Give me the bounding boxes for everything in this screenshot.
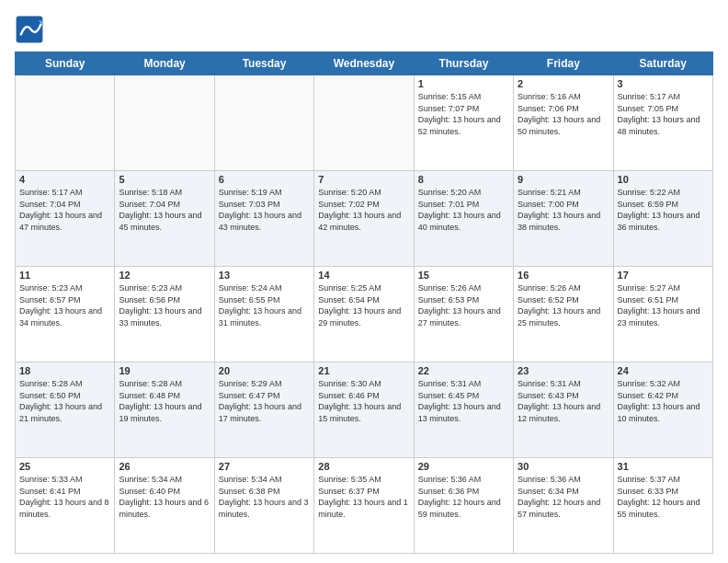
calendar-cell: 5 Sunrise: 5:18 AM Sunset: 7:04 PM Dayli… (115, 171, 214, 267)
day-number: 20 (219, 365, 310, 376)
day-number: 19 (119, 365, 210, 376)
day-number: 22 (418, 365, 509, 376)
calendar-cell (314, 75, 414, 171)
cell-info: Sunrise: 5:17 AM Sunset: 7:05 PM Dayligh… (618, 91, 709, 137)
day-header-sunday: Sunday (16, 52, 115, 75)
header (15, 15, 713, 44)
cell-info: Sunrise: 5:30 AM Sunset: 6:46 PM Dayligh… (318, 378, 409, 424)
cell-info: Sunrise: 5:34 AM Sunset: 6:40 PM Dayligh… (119, 474, 210, 520)
day-number: 7 (318, 174, 409, 185)
cell-info: Sunrise: 5:26 AM Sunset: 6:52 PM Dayligh… (518, 282, 609, 328)
day-number: 10 (618, 174, 709, 185)
cell-info: Sunrise: 5:33 AM Sunset: 6:41 PM Dayligh… (19, 474, 110, 520)
calendar-cell: 8 Sunrise: 5:20 AM Sunset: 7:01 PM Dayli… (414, 171, 513, 267)
day-number: 4 (19, 174, 110, 185)
calendar-cell: 22 Sunrise: 5:31 AM Sunset: 6:45 PM Dayl… (414, 362, 513, 458)
cell-info: Sunrise: 5:22 AM Sunset: 6:59 PM Dayligh… (618, 187, 709, 233)
day-header-saturday: Saturday (613, 52, 712, 75)
cell-info: Sunrise: 5:15 AM Sunset: 7:07 PM Dayligh… (418, 91, 509, 137)
calendar-cell (16, 75, 115, 171)
calendar-cell: 20 Sunrise: 5:29 AM Sunset: 6:47 PM Dayl… (214, 362, 313, 458)
calendar-cell: 14 Sunrise: 5:25 AM Sunset: 6:54 PM Dayl… (314, 267, 414, 362)
calendar-cell: 26 Sunrise: 5:34 AM Sunset: 6:40 PM Dayl… (115, 458, 214, 554)
day-number: 3 (618, 78, 709, 89)
cell-info: Sunrise: 5:19 AM Sunset: 7:03 PM Dayligh… (219, 187, 310, 233)
week-row-2: 4 Sunrise: 5:17 AM Sunset: 7:04 PM Dayli… (16, 171, 713, 267)
calendar-cell (115, 75, 214, 171)
calendar-cell: 23 Sunrise: 5:31 AM Sunset: 6:43 PM Dayl… (514, 362, 613, 458)
day-header-thursday: Thursday (414, 52, 513, 75)
calendar-cell: 31 Sunrise: 5:37 AM Sunset: 6:33 PM Dayl… (613, 458, 712, 554)
cell-info: Sunrise: 5:36 AM Sunset: 6:36 PM Dayligh… (418, 474, 509, 520)
day-number: 21 (318, 365, 409, 376)
calendar: SundayMondayTuesdayWednesdayThursdayFrid… (15, 52, 713, 554)
day-number: 16 (518, 270, 609, 281)
logo-icon (15, 15, 44, 44)
cell-info: Sunrise: 5:23 AM Sunset: 6:57 PM Dayligh… (19, 282, 110, 328)
calendar-cell: 19 Sunrise: 5:28 AM Sunset: 6:48 PM Dayl… (115, 362, 214, 458)
day-number: 26 (119, 461, 210, 472)
day-number: 29 (418, 461, 509, 472)
logo (15, 15, 48, 44)
cell-info: Sunrise: 5:32 AM Sunset: 6:42 PM Dayligh… (618, 378, 709, 424)
day-number: 25 (19, 461, 110, 472)
cell-info: Sunrise: 5:20 AM Sunset: 7:01 PM Dayligh… (418, 187, 509, 233)
day-header-tuesday: Tuesday (214, 52, 313, 75)
day-number: 6 (219, 174, 310, 185)
day-number: 12 (119, 270, 210, 281)
calendar-cell: 1 Sunrise: 5:15 AM Sunset: 7:07 PM Dayli… (414, 75, 513, 171)
cell-info: Sunrise: 5:26 AM Sunset: 6:53 PM Dayligh… (418, 282, 509, 328)
cell-info: Sunrise: 5:21 AM Sunset: 7:00 PM Dayligh… (518, 187, 609, 233)
calendar-cell: 27 Sunrise: 5:34 AM Sunset: 6:38 PM Dayl… (214, 458, 313, 554)
cell-info: Sunrise: 5:34 AM Sunset: 6:38 PM Dayligh… (219, 474, 310, 520)
day-number: 13 (219, 270, 310, 281)
day-number: 18 (19, 365, 110, 376)
day-header-wednesday: Wednesday (314, 52, 414, 75)
calendar-cell: 24 Sunrise: 5:32 AM Sunset: 6:42 PM Dayl… (613, 362, 712, 458)
calendar-cell: 4 Sunrise: 5:17 AM Sunset: 7:04 PM Dayli… (16, 171, 115, 267)
page: SundayMondayTuesdayWednesdayThursdayFrid… (0, 0, 728, 563)
cell-info: Sunrise: 5:24 AM Sunset: 6:55 PM Dayligh… (219, 282, 310, 328)
day-number: 11 (19, 270, 110, 281)
calendar-cell: 7 Sunrise: 5:20 AM Sunset: 7:02 PM Dayli… (314, 171, 414, 267)
cell-info: Sunrise: 5:29 AM Sunset: 6:47 PM Dayligh… (219, 378, 310, 424)
calendar-cell: 21 Sunrise: 5:30 AM Sunset: 6:46 PM Dayl… (314, 362, 414, 458)
day-number: 15 (418, 270, 509, 281)
calendar-cell: 28 Sunrise: 5:35 AM Sunset: 6:37 PM Dayl… (314, 458, 414, 554)
calendar-header-row: SundayMondayTuesdayWednesdayThursdayFrid… (16, 52, 713, 75)
cell-info: Sunrise: 5:18 AM Sunset: 7:04 PM Dayligh… (119, 187, 210, 233)
day-number: 27 (219, 461, 310, 472)
day-number: 9 (518, 174, 609, 185)
cell-info: Sunrise: 5:23 AM Sunset: 6:56 PM Dayligh… (119, 282, 210, 328)
cell-info: Sunrise: 5:31 AM Sunset: 6:43 PM Dayligh… (518, 378, 609, 424)
calendar-cell: 25 Sunrise: 5:33 AM Sunset: 6:41 PM Dayl… (16, 458, 115, 554)
calendar-cell: 12 Sunrise: 5:23 AM Sunset: 6:56 PM Dayl… (115, 267, 214, 362)
day-number: 5 (119, 174, 210, 185)
calendar-cell: 3 Sunrise: 5:17 AM Sunset: 7:05 PM Dayli… (613, 75, 712, 171)
cell-info: Sunrise: 5:17 AM Sunset: 7:04 PM Dayligh… (19, 187, 110, 233)
calendar-cell: 11 Sunrise: 5:23 AM Sunset: 6:57 PM Dayl… (16, 267, 115, 362)
cell-info: Sunrise: 5:25 AM Sunset: 6:54 PM Dayligh… (318, 282, 409, 328)
day-number: 17 (618, 270, 709, 281)
calendar-cell: 6 Sunrise: 5:19 AM Sunset: 7:03 PM Dayli… (214, 171, 313, 267)
cell-info: Sunrise: 5:20 AM Sunset: 7:02 PM Dayligh… (318, 187, 409, 233)
day-number: 31 (618, 461, 709, 472)
day-number: 1 (418, 78, 509, 89)
calendar-cell: 30 Sunrise: 5:36 AM Sunset: 6:34 PM Dayl… (514, 458, 613, 554)
calendar-cell: 10 Sunrise: 5:22 AM Sunset: 6:59 PM Dayl… (613, 171, 712, 267)
week-row-4: 18 Sunrise: 5:28 AM Sunset: 6:50 PM Dayl… (16, 362, 713, 458)
week-row-1: 1 Sunrise: 5:15 AM Sunset: 7:07 PM Dayli… (16, 75, 713, 171)
cell-info: Sunrise: 5:16 AM Sunset: 7:06 PM Dayligh… (518, 91, 609, 137)
week-row-5: 25 Sunrise: 5:33 AM Sunset: 6:41 PM Dayl… (16, 458, 713, 554)
day-number: 14 (318, 270, 409, 281)
calendar-cell: 17 Sunrise: 5:27 AM Sunset: 6:51 PM Dayl… (613, 267, 712, 362)
cell-info: Sunrise: 5:36 AM Sunset: 6:34 PM Dayligh… (518, 474, 609, 520)
cell-info: Sunrise: 5:37 AM Sunset: 6:33 PM Dayligh… (618, 474, 709, 520)
day-number: 23 (518, 365, 609, 376)
calendar-cell: 9 Sunrise: 5:21 AM Sunset: 7:00 PM Dayli… (514, 171, 613, 267)
calendar-cell: 13 Sunrise: 5:24 AM Sunset: 6:55 PM Dayl… (214, 267, 313, 362)
calendar-cell: 15 Sunrise: 5:26 AM Sunset: 6:53 PM Dayl… (414, 267, 513, 362)
day-number: 30 (518, 461, 609, 472)
calendar-cell: 18 Sunrise: 5:28 AM Sunset: 6:50 PM Dayl… (16, 362, 115, 458)
cell-info: Sunrise: 5:35 AM Sunset: 6:37 PM Dayligh… (318, 474, 409, 520)
